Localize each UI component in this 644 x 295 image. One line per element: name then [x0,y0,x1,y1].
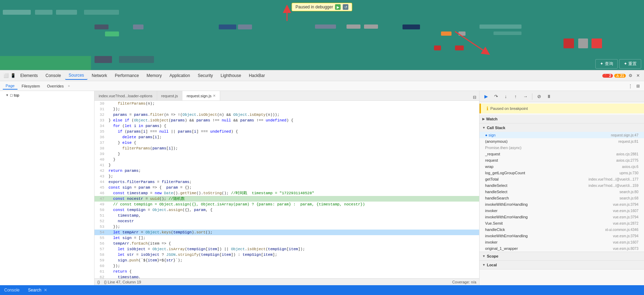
devtools-toolbar[interactable]: ⬜ 📱 Elements Console Sources Network Per… [0,70,644,81]
close-tab-icon[interactable]: ✕ [213,94,216,98]
callstack-label: Call Stack [487,126,505,130]
callstack-item-invoke1[interactable]: invokeWithErrorHandling vue.esm.js:3794 [479,201,644,208]
code-line-56: 56 tempArr.forEach(item => { [94,241,479,246]
callstack-file-invoke2: vue.esm.js:3794 [613,215,638,219]
tab-application[interactable]: Application [166,72,194,79]
callstack-item-wrap[interactable]: wrap axios.cjs:6 [479,163,644,170]
watch-section: ▶ Watch [479,115,644,124]
callstack-item-handleselect2[interactable]: handleSelect search.js:80 [479,189,644,195]
brace-icon: {} [97,280,100,284]
callstack-item-invoke2[interactable]: invokeWithErrorHandling vue.esm.js:3794 [479,214,644,220]
bottom-console-label: Console [4,288,20,293]
bottom-tab-console[interactable]: Console [3,288,21,293]
code-line-41: 41 } [94,162,479,168]
settings-icon[interactable]: ⚙ [627,72,634,79]
step-into-btn[interactable]: ↓ [502,93,510,100]
toggle-panel-icon[interactable]: ⊟ [471,94,478,100]
file-tab-request[interactable]: request.js [157,91,183,100]
callstack-item-original[interactable]: original_1_wrapper vue.esm.js:8073 [479,245,644,252]
scope-arrow-icon: ▼ [482,254,485,258]
resume-execution-btn[interactable]: ▶ [482,93,490,100]
callstack-file-request-p: axios.cjs:2881 [616,152,638,156]
callstack-item-promise[interactable]: Promise.then (async) [479,145,644,151]
tab-elements[interactable]: Elements [17,72,41,79]
tab-lighthouse[interactable]: Lighthouse [217,72,245,79]
close-devtools-icon[interactable]: ✕ [635,72,641,79]
callstack-header[interactable]: ▼ Call Stack [479,124,644,132]
code-line-57: 57 let isObject = Object.isArray(tempSig… [94,246,479,252]
query-button[interactable]: ✦ 查询 [595,59,617,69]
code-line-44: 44 exports.filterParams = filterParams; [94,179,479,185]
code-line-49: 49 // const tempSign = Object.assign({},… [94,202,479,207]
subtab-page[interactable]: Page [3,83,18,90]
file-tree-top[interactable]: ▼ □ top [0,92,94,98]
panel-menu-icon[interactable]: ⋮ [627,83,634,89]
tab-network[interactable]: Network [88,72,111,79]
sources-subtoolbar[interactable]: Page Filesystem Overrides » ⋮ ⊞ [0,81,644,91]
deactivate-breakpoints-btn[interactable]: ⊘ [535,93,543,100]
callstack-func-handleclick: handleClick [485,227,541,232]
callstack-func-vuesemit: Vue.Semit [485,221,541,225]
pause-exceptions-btn[interactable]: ⏸ [545,93,553,100]
device-icon[interactable]: 📱 [10,72,16,79]
paused-breakpoint-info: ℹ Paused on breakpoint [479,104,644,113]
resume-button[interactable]: ▶ [335,4,341,10]
callstack-item-sign[interactable]: ● sign request.sign.js:47 [479,132,644,138]
callstack-func-log: log_getLogGroupCount [485,171,541,175]
callstack-item-gettotal[interactable]: getTotal index.vue?/nod.../@vue/cli...17… [479,176,644,182]
step-btn2[interactable]: → [522,93,529,100]
callstack-item-handleselect1[interactable]: handleSelect index.vue?/nod.../@vue/cli.… [479,182,644,189]
devtools-bottom-bar[interactable]: Console Search ✕ [0,285,644,295]
subtab-overrides[interactable]: Overrides [44,83,66,89]
reset-button[interactable]: ✦ 重置 [619,59,641,69]
step-button[interactable]: ↺ [343,4,349,10]
close-search-tab-icon[interactable]: ✕ [44,288,47,293]
callstack-file-invoke3: vue.esm.js:3794 [613,234,638,238]
overlay-buttons[interactable]: ✦ 查询 ✦ 重置 [593,58,644,70]
callstack-item-invoker1[interactable]: invoker vue.esm.js:1607 [479,208,644,214]
callstack-file-handleclick: xt-ui.common.js:4346 [605,228,638,232]
scope-label: Scope [487,254,498,258]
callstack-func-invoke3: invokeWithErrorHandling [485,234,541,238]
debug-toolbar[interactable]: ▶ ↷ ↓ ↑ → ⊘ ⏸ [479,91,644,102]
expand-panel-icon[interactable]: ⊞ [635,83,641,89]
watch-section-header[interactable]: ▶ Watch [479,115,644,123]
callstack-item-anon[interactable]: (anonymous) request.js:81 [479,138,644,145]
callstack-item-vuesemit[interactable]: Vue.Semit vue.esm.js:2872 [479,220,644,226]
callstack-func-anon: (anonymous) [485,139,541,143]
code-line-61: 61 return { [94,269,479,274]
subtab-filesystem[interactable]: Filesystem [19,83,43,89]
callstack-func-invoke2: invokeWithErrorHandling [485,215,541,219]
code-line-50: 50 const tempSign = Object.assign({}, pa… [94,207,479,213]
watch-label: Watch [486,117,498,121]
file-tab-index[interactable]: index.vue?/nod...loader-options [94,91,157,100]
callstack-item-handleclick[interactable]: handleClick xt-ui.common.js:4346 [479,226,644,233]
file-tabs[interactable]: index.vue?/nod...loader-options request.… [94,91,479,101]
file-tab-sign[interactable]: request.sign.js ✕ [182,91,220,100]
callstack-item-invoker2[interactable]: invoker vue.esm.js:1607 [479,239,644,245]
tab-sources[interactable]: Sources [65,71,88,80]
callstack-item-handlesearch[interactable]: handleSearch search.js:68 [479,195,644,201]
callstack-item-request[interactable]: request axios.cjs:2775 [479,157,644,163]
browser-top: Paused in debugger ▶ ↺ [0,0,644,70]
callstack-item-invoke3[interactable]: invokeWithErrorHandling vue.esm.js:3794 [479,233,644,239]
step-out-btn[interactable]: ↑ [512,93,519,100]
more-subtabs-icon[interactable]: » [68,84,70,88]
bottom-tab-search[interactable]: Search ✕ [27,288,49,293]
code-line-34: 34 for (let i in params) { [94,123,479,129]
tab-console[interactable]: Console [42,72,64,79]
scope-header[interactable]: ▼ Scope [479,252,644,260]
file-tree-panel: ▼ □ top [0,91,94,285]
local-header[interactable]: ▼ Local [479,261,644,269]
tab-performance[interactable]: Performance [111,72,142,79]
code-content[interactable]: 30 filterParams(n); 31 }); 32 params = p… [94,101,479,278]
step-over-btn[interactable]: ↷ [492,93,500,100]
inspect-icon[interactable]: ⬜ [3,72,9,79]
callstack-item-request-p[interactable]: _request axios.cjs:2881 [479,151,644,157]
callstack-func-sign: ● sign [485,133,541,137]
tab-security[interactable]: Security [194,72,216,79]
callstack-item-log[interactable]: log_getLogGroupCount upms.js:730 [479,170,644,176]
tab-hackbar[interactable]: HackBar [245,72,268,79]
paused-debugger-bar[interactable]: Paused in debugger ▶ ↺ [292,3,352,11]
tab-memory[interactable]: Memory [143,72,165,79]
